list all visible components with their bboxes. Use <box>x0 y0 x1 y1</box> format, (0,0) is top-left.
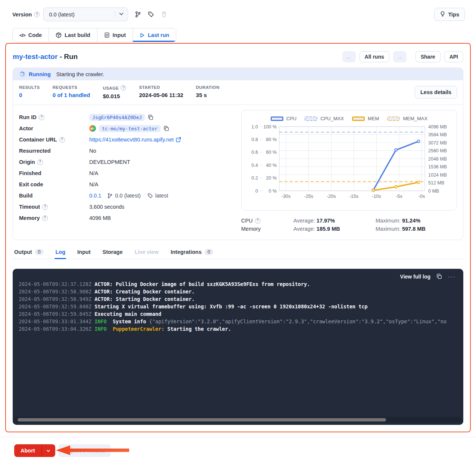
detail-row-memory: Memory? 4096 MB <box>19 212 241 224</box>
actor-badge[interactable]: tc-mo/my-test-actor <box>99 125 161 132</box>
abort-button[interactable]: Abort <box>14 444 41 457</box>
run-tab-input[interactable]: Input <box>77 248 91 259</box>
abort-dropdown-button[interactable] <box>41 444 55 457</box>
usage-help-icon[interactable]: ? <box>121 85 126 91</box>
detail-row-exit-code: Exit code N/A <box>19 179 241 190</box>
cpu-help-icon[interactable]: ? <box>255 218 261 224</box>
next-run-button: → <box>393 51 407 62</box>
help-icon[interactable]: ? <box>42 204 48 210</box>
help-icon[interactable]: ? <box>37 159 43 165</box>
chart-legend: CPU CPU_MAX MEM MEM_MAX <box>243 116 455 121</box>
file-icon <box>104 32 110 38</box>
spinner-icon <box>19 71 25 77</box>
all-runs-button[interactable]: All runs <box>360 51 389 62</box>
stat-value: 35 s <box>196 92 220 98</box>
svg-text:20 %: 20 % <box>266 175 277 181</box>
help-icon[interactable]: ? <box>59 137 65 143</box>
container-url-link[interactable]: https://41xo8ewcvt80.runs.apify.net <box>89 137 181 143</box>
usage-chart: 00 %0.220 %0.440 %0.660 %0.880 %1.0100 %… <box>243 123 455 209</box>
svg-text:0.2: 0.2 <box>252 175 258 181</box>
title-suffix: - Run <box>57 53 78 60</box>
tab-last-build[interactable]: Last build <box>49 28 97 42</box>
run-tab-log[interactable]: Log <box>55 248 66 259</box>
svg-text:4096 MB: 4096 MB <box>428 124 447 130</box>
actor-title-link[interactable]: my-test-actor <box>13 53 57 60</box>
log-line: 2024-05-06T09:32:37.128Z ACTOR: Pulling … <box>19 280 463 288</box>
status-bar: Running Starting the crawler. <box>13 68 463 80</box>
log-menu-icon[interactable]: ··· <box>448 273 456 280</box>
detail-value: 3,600 seconds <box>89 204 124 210</box>
api-button[interactable]: API <box>444 51 463 62</box>
tab-label: Last run <box>148 32 169 38</box>
play-icon <box>140 32 145 38</box>
usage-row-memory: Memory Average: 185.9 MB Maximum: 597.8 … <box>241 225 457 233</box>
svg-text:2560 MB: 2560 MB <box>428 148 447 153</box>
detail-row-finished: Finished N/A <box>19 168 241 179</box>
copy-log-icon[interactable] <box>436 274 442 279</box>
legend-mem_max[interactable]: MEM_MAX <box>387 116 427 121</box>
legend-mem[interactable]: MEM <box>352 116 379 121</box>
share-button[interactable]: Share <box>416 51 441 62</box>
svg-text:0 MB: 0 MB <box>428 189 439 194</box>
lightbulb-icon <box>440 11 445 18</box>
status-message: Starting the crawler. <box>56 71 104 77</box>
detail-row-origin: Origin? DEVELOPMENT <box>19 156 241 168</box>
legend-cpu[interactable]: CPU <box>271 116 296 121</box>
tab-label: Input <box>113 32 126 38</box>
log-scrollbar-thumb[interactable] <box>18 418 386 421</box>
stat-value: 2024-05-06 11:32 <box>139 92 183 98</box>
build-number-link[interactable]: 0.0.1 <box>89 193 101 199</box>
actor-avatar: MT <box>89 125 96 132</box>
usage-summary: CPU? Average: 17.97% Maximum: 91.24%Memo… <box>241 217 457 233</box>
usage-row-cpu: CPU? Average: 17.97% Maximum: 91.24% <box>241 217 457 225</box>
detail-row-actor: Actor MT tc-mo/my-test-actor <box>19 123 241 134</box>
tag-icon[interactable] <box>148 11 154 18</box>
version-help-icon[interactable]: ? <box>34 12 40 17</box>
actor-tabs: </> Code Last build Input Last run <box>0 28 476 42</box>
svg-text:0.6: 0.6 <box>252 150 258 155</box>
log-lines: 2024-05-06T09:32:37.128Z ACTOR: Pulling … <box>13 280 463 333</box>
tag-icon <box>147 193 153 199</box>
view-full-log-link[interactable]: View full log <box>400 274 430 280</box>
run-id-badge[interactable]: JsgEr6P40s4AZ0DeJ <box>89 114 145 121</box>
log-line: 2024-05-06T09:32:58.949Z ACTOR: Starting… <box>19 295 463 303</box>
log-line: 2024-05-06T09:32:59.840Z Starting X virt… <box>19 303 463 310</box>
copy-icon[interactable] <box>164 126 169 131</box>
svg-text:1536 MB: 1536 MB <box>428 164 447 169</box>
copy-icon[interactable] <box>148 115 153 120</box>
svg-text:-5s: -5s <box>396 194 402 199</box>
stat-value: 0 of 1 handled <box>53 92 90 98</box>
tab-last-run[interactable]: Last run <box>133 28 176 42</box>
svg-text:-15s: -15s <box>349 194 358 199</box>
detail-row-resurrected: Resurrected No <box>19 145 241 156</box>
stat-usage: USAGE? $0.015 <box>103 85 126 99</box>
detail-value: N/A <box>89 181 98 187</box>
help-icon[interactable]: ? <box>42 215 48 221</box>
run-tab-storage[interactable]: Storage <box>102 248 123 259</box>
svg-text:0.8: 0.8 <box>252 137 258 142</box>
detail-value: 4096 MB <box>89 215 111 221</box>
less-details-button[interactable]: Less details <box>415 86 457 99</box>
log-scrollbar-track[interactable] <box>14 417 462 423</box>
version-select[interactable]: 0.0 (latest) <box>43 7 128 21</box>
page-title: my-test-actor - Run <box>13 53 78 61</box>
tab-label: Last build <box>65 32 90 38</box>
tips-label: Tips <box>448 12 459 18</box>
legend-cpu_max[interactable]: CPU_MAX <box>305 116 344 121</box>
tips-button[interactable]: Tips <box>434 8 465 21</box>
branch-icon[interactable] <box>135 11 141 18</box>
run-tab-live-view: Live view <box>134 248 159 259</box>
package-icon <box>56 32 62 38</box>
run-tab-integrations[interactable]: Integrations0 <box>170 248 214 259</box>
run-tab-output[interactable]: Output0 <box>13 248 44 259</box>
detail-row-timeout: Timeout? 3,600 seconds <box>19 201 241 212</box>
tab-input[interactable]: Input <box>97 28 133 42</box>
help-icon[interactable]: ? <box>39 115 44 120</box>
tab-code[interactable]: </> Code <box>13 28 49 42</box>
run-summary-card: Running Starting the crawler. RESULTS 0R… <box>13 68 463 240</box>
detail-row-run-id: Run ID? JsgEr6P40s4AZ0DeJ <box>19 112 241 123</box>
detail-row-container-url: Container URL? https://41xo8ewcvt80.runs… <box>19 134 241 145</box>
run-actions-footer: Abort Export 0 results <box>0 437 476 459</box>
tab-count-badge: 0 <box>205 249 213 255</box>
svg-text:-0s: -0s <box>419 194 425 199</box>
